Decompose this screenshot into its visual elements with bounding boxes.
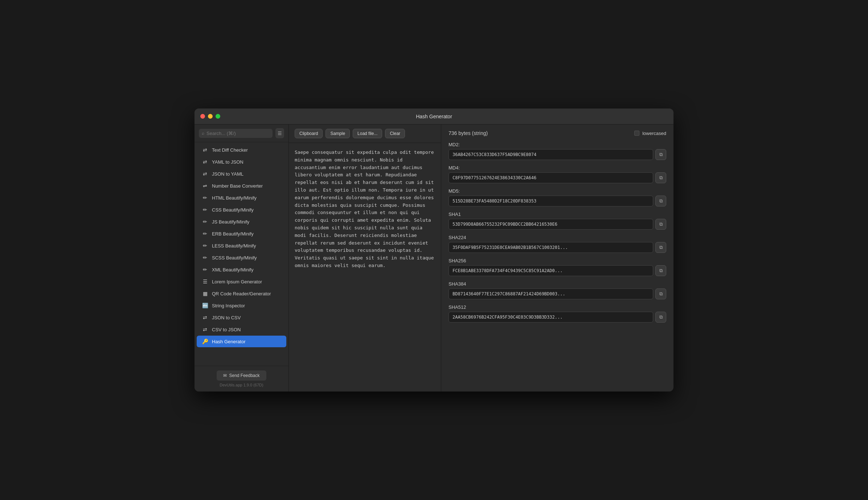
sidebar-icon-csv-to-json: ⇄: [202, 326, 208, 333]
copy-btn-md4[interactable]: ⧉: [655, 172, 666, 183]
sidebar-item-yaml-to-json[interactable]: ⇄ YAML to JSON: [197, 156, 286, 168]
hash-label-sha1: SHA1: [449, 212, 666, 217]
close-button[interactable]: [200, 114, 205, 119]
sidebar-label-text-diff: Text Diff Checker: [212, 147, 248, 153]
search-input-wrap[interactable]: ⌕: [199, 129, 273, 138]
sidebar-item-js-beautify[interactable]: ✏ JS Beautify/Minify: [197, 216, 286, 228]
sidebar-label-xml-beautify: XML Beautify/Minify: [212, 267, 253, 272]
sidebar-label-yaml-to-json: YAML to JSON: [212, 159, 243, 165]
lowercased-wrap: lowercased: [634, 131, 666, 136]
copy-btn-md2[interactable]: ⧉: [655, 149, 666, 160]
traffic-lights: [200, 114, 220, 119]
hash-row-sha512: SHA512 2AA58CB6976B242CFA95F30C4E03C9D3B…: [449, 304, 666, 323]
sidebar-label-erb-beautify: ERB Beautify/Minify: [212, 231, 254, 237]
sidebar-list: ⇄ Text Diff Checker ⇄ YAML to JSON ⇄ JSO…: [195, 142, 288, 366]
sidebar-icon-xml-beautify: ✏: [202, 266, 208, 273]
sidebar-item-less-beautify[interactable]: ✏ LESS Beautify/Minify: [197, 240, 286, 251]
hash-value-md5: 515D28BE73FA5480D2F18C20DF838353: [449, 196, 653, 206]
toolbar: Clipboard Sample Load file... Clear: [289, 124, 441, 143]
results-header: 736 bytes (string) lowercased: [449, 130, 666, 136]
filter-button[interactable]: ☰: [275, 128, 284, 138]
copy-icon-sha224: ⧉: [659, 245, 663, 250]
hash-value-sha256: FCE8B1ABE3378DFA734F4C9439C5C85C91A2AD0.…: [449, 265, 653, 276]
copy-btn-sha256[interactable]: ⧉: [655, 265, 666, 276]
hash-field-wrap-md4: C8F97D07751267624E38634330C2A646 ⧉: [449, 172, 666, 183]
hash-label-sha512: SHA512: [449, 304, 666, 310]
sidebar-item-json-to-yaml[interactable]: ⇄ JSON to YAML: [197, 168, 286, 180]
sidebar-icon-json-to-yaml: ⇄: [202, 171, 208, 177]
sidebar-item-json-to-csv[interactable]: ⇄ JSON to CSV: [197, 312, 286, 323]
hash-label-sha224: SHA224: [449, 235, 666, 240]
minimize-button[interactable]: [208, 114, 213, 119]
search-input[interactable]: [206, 131, 267, 136]
copy-btn-sha384[interactable]: ⧉: [655, 288, 666, 299]
sidebar-label-hash-generator: Hash Generator: [212, 339, 246, 344]
copy-btn-sha512[interactable]: ⧉: [655, 312, 666, 323]
sidebar-item-text-diff[interactable]: ⇄ Text Diff Checker: [197, 144, 286, 156]
sidebar-footer: ✉ Send Feedback DevUtils.app 1.9.0 (67D): [195, 366, 288, 392]
sidebar: ⌕ ☰ ⇄ Text Diff Checker ⇄ YAML to JSON ⇄…: [195, 124, 289, 392]
hash-value-md4: C8F97D07751267624E38634330C2A646: [449, 172, 653, 183]
copy-icon-sha256: ⧉: [659, 268, 663, 274]
feedback-button[interactable]: ✉ Send Feedback: [217, 370, 266, 381]
hash-label-md5: MD5:: [449, 188, 666, 194]
sidebar-label-number-base: Number Base Converter: [212, 183, 263, 189]
sidebar-icon-yaml-to-json: ⇄: [202, 159, 208, 165]
sidebar-icon-json-to-csv: ⇄: [202, 314, 208, 321]
titlebar: Hash Generator: [195, 108, 673, 124]
load-file-button[interactable]: Load file...: [353, 129, 382, 138]
sidebar-label-js-beautify: JS Beautify/Minify: [212, 219, 249, 225]
sidebar-icon-text-diff: ⇄: [202, 147, 208, 153]
search-icon: ⌕: [202, 131, 204, 136]
sidebar-item-html-beautify[interactable]: ✏ HTML Beautify/Minify: [197, 192, 286, 204]
copy-btn-md5[interactable]: ⧉: [655, 196, 666, 206]
sidebar-item-qr-code[interactable]: ▦ QR Code Reader/Generator: [197, 288, 286, 299]
sidebar-label-json-to-yaml: JSON to YAML: [212, 171, 243, 177]
hash-value-sha384: BD87143640F77E1C297C86887AF21424D69BD003…: [449, 288, 653, 299]
sidebar-item-hash-generator[interactable]: 🔑 Hash Generator: [197, 336, 286, 347]
sidebar-item-xml-beautify[interactable]: ✏ XML Beautify/Minify: [197, 264, 286, 275]
copy-btn-sha1[interactable]: ⧉: [655, 219, 666, 230]
maximize-button[interactable]: [216, 114, 220, 119]
hash-row-md5: MD5: 515D28BE73FA5480D2F18C20DF838353 ⧉: [449, 188, 666, 206]
lowercased-checkbox[interactable]: [634, 131, 639, 136]
app-window: Hash Generator ⌕ ☰ ⇄ Text Diff Checker ⇄…: [195, 108, 673, 392]
input-area: Clipboard Sample Load file... Clear: [289, 124, 441, 392]
hash-label-md2: MD2:: [449, 142, 666, 147]
input-textarea[interactable]: [289, 143, 441, 392]
copy-icon-sha512: ⧉: [659, 314, 663, 320]
sidebar-item-erb-beautify[interactable]: ✏ ERB Beautify/Minify: [197, 228, 286, 239]
feedback-icon: ✉: [223, 373, 227, 378]
hash-label-md4: MD4:: [449, 165, 666, 171]
sidebar-item-scss-beautify[interactable]: ✏ SCSS Beautify/Minify: [197, 252, 286, 263]
hash-value-sha512: 2AA58CB6976B242CFA95F30C4E03C9D3BB3D332.…: [449, 312, 653, 323]
sidebar-item-css-beautify[interactable]: ✏ CSS Beautify/Minify: [197, 204, 286, 216]
hash-field-wrap-sha512: 2AA58CB6976B242CFA95F30C4E03C9D3BB3D332.…: [449, 312, 666, 323]
sidebar-label-json-to-csv: JSON to CSV: [212, 315, 241, 320]
sidebar-icon-qr-code: ▦: [202, 290, 208, 297]
copy-btn-sha224[interactable]: ⧉: [655, 242, 666, 253]
clear-button[interactable]: Clear: [385, 129, 405, 138]
main-panel: Clipboard Sample Load file... Clear 736 …: [289, 124, 673, 392]
sidebar-label-html-beautify: HTML Beautify/Minify: [212, 195, 257, 201]
hash-value-md2: 36AB4267C53C833D637F5AD9BC9E8074: [449, 149, 653, 160]
copy-icon-md4: ⧉: [659, 175, 663, 181]
copy-icon-md5: ⧉: [659, 198, 663, 204]
sample-button[interactable]: Sample: [326, 129, 350, 138]
clipboard-button[interactable]: Clipboard: [295, 129, 323, 138]
hash-rows-container: MD2: 36AB4267C53C833D637F5AD9BC9E8074 ⧉ …: [449, 142, 666, 328]
hash-label-sha256: SHA256: [449, 258, 666, 263]
hash-row-sha256: SHA256 FCE8B1ABE3378DFA734F4C9439C5C85C9…: [449, 258, 666, 276]
sidebar-label-string-inspector: String Inspector: [212, 303, 245, 308]
sidebar-item-lorem-ipsum[interactable]: ☰ Lorem Ipsum Generator: [197, 276, 286, 287]
sidebar-item-number-base[interactable]: ⇌ Number Base Converter: [197, 180, 286, 192]
sidebar-icon-lorem-ipsum: ☰: [202, 278, 208, 285]
byte-info: 736 bytes (string): [449, 130, 488, 136]
hash-label-sha384: SHA384: [449, 281, 666, 287]
sidebar-item-string-inspector[interactable]: 🔤 String Inspector: [197, 300, 286, 311]
sidebar-icon-scss-beautify: ✏: [202, 254, 208, 261]
sidebar-item-csv-to-json[interactable]: ⇄ CSV to JSON: [197, 324, 286, 335]
hash-field-wrap-sha256: FCE8B1ABE3378DFA734F4C9439C5C85C91A2AD0.…: [449, 265, 666, 276]
window-title: Hash Generator: [416, 114, 452, 119]
sidebar-icon-string-inspector: 🔤: [202, 302, 208, 309]
